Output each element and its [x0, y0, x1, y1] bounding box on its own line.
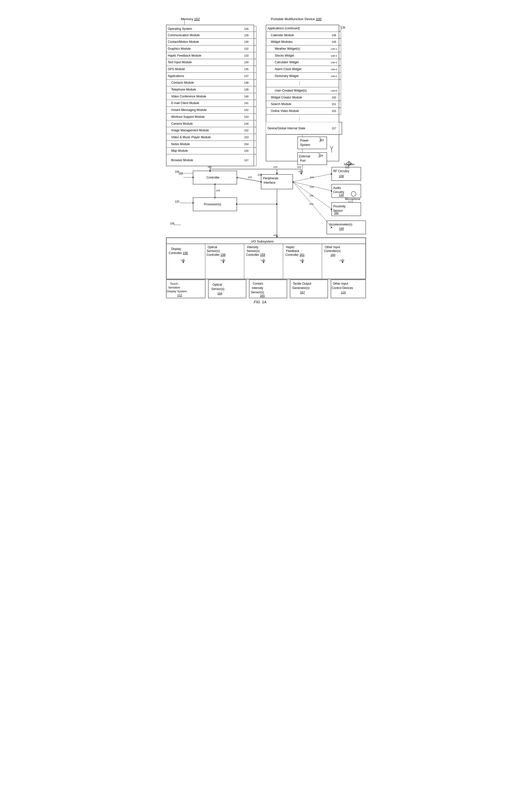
calendar-ref: 148 — [331, 34, 336, 37]
browser-module: Browser Module — [171, 158, 193, 162]
audio-ref: 110 — [339, 193, 344, 196]
telephone-ref: 139 — [244, 88, 249, 91]
bus-io-2: ↑103 — [220, 259, 225, 262]
os-module: Operating System — [168, 27, 192, 31]
bus-103-rf: 103 — [310, 176, 314, 178]
contacts-ref: 138 — [244, 81, 249, 84]
calculator-widget: Calculator Widget — [275, 60, 299, 64]
video-music-ref: 153 — [244, 136, 249, 139]
contact-intensity-ref: 165 — [260, 294, 265, 297]
touch-display-ref: 112 — [177, 293, 182, 296]
haptic-ctrl-label: Haptic — [286, 245, 294, 249]
notes-module: Notes Module — [171, 142, 190, 146]
106-ref: 106 — [170, 222, 174, 225]
ext-port-label2: Port — [300, 159, 306, 162]
graphics-module: Graphics Module — [168, 47, 191, 51]
map-module: Map Module — [171, 149, 188, 153]
im-ref: 142 — [244, 109, 249, 112]
alarm-widget: Alarm Clock Widget — [275, 68, 301, 71]
other-devices-label: Other Input — [333, 282, 348, 285]
controller-label: Controller — [206, 176, 220, 179]
display-ctrl-label2: Controller 156 — [169, 251, 188, 255]
dots-2: ⋮ — [298, 116, 301, 121]
bus-io-3: ↑103 — [260, 259, 265, 262]
haptic-ctrl-label3: Controller 161 — [285, 253, 305, 256]
weather-ref: 149-1 — [331, 47, 337, 50]
other-devices-ref: 116 — [341, 291, 346, 294]
optical-sensor-label: Optical — [212, 283, 222, 286]
ext-port-label: External — [299, 155, 310, 158]
dictionary-widget: Dictionary Widget — [275, 74, 299, 78]
stocks-ref: 149-2 — [331, 54, 337, 57]
video-conf-ref: 140 — [244, 95, 249, 98]
tactile-label2: Generator(s) — [292, 286, 310, 290]
device-global-state: Device/Global Internal State — [268, 127, 306, 130]
bus-103-accel: 103 — [309, 203, 314, 205]
calendar-module: Calendar Module — [271, 33, 294, 37]
alarm-ref: 149-4 — [331, 68, 337, 71]
contact-intensity-label: Contact — [253, 282, 263, 285]
gps-module: GPS Module — [168, 68, 185, 71]
email-module: E-mail Client Module — [171, 101, 199, 105]
page-container: Memory 102 Operating System 126 Communic… — [156, 5, 376, 321]
map-ref: 154 — [244, 150, 249, 152]
ext-port-ref: 124 — [319, 154, 323, 157]
video-music-module: Video & Music Player Module — [171, 135, 211, 139]
device-label: Portable Multifunction Device 100 — [271, 17, 322, 21]
speaker-label: Speaker — [344, 163, 355, 166]
contact-module: Contact/Motion Module — [168, 40, 199, 44]
online-video: Online Video Module — [271, 109, 299, 113]
optical-ctrl-label3: Controller 158 — [206, 253, 225, 256]
microphone-label: Microphone — [345, 197, 360, 200]
power-label: Power — [300, 139, 309, 142]
bus-io-1: ↑103 — [180, 259, 185, 262]
browser-ref: 147 — [244, 159, 249, 162]
processor-ref: 120 — [175, 200, 179, 203]
haptic-ref: 133 — [244, 54, 249, 57]
bus-103-io: 103 — [273, 234, 278, 236]
power-label2: System — [300, 143, 310, 147]
accel-ref: 168 — [339, 227, 344, 230]
diagram-area: Memory 102 Operating System 126 Communic… — [156, 5, 376, 321]
os-ref: 126 — [244, 27, 249, 30]
tactile-ref: 167 — [300, 291, 305, 294]
applications-header: Applications — [168, 74, 184, 78]
graphics-ref: 132 — [244, 47, 249, 50]
speaker-ref: 111 — [345, 166, 350, 169]
other-devices-label2: Control Devices — [331, 286, 353, 290]
bus-103-ctrl: 103 — [248, 176, 252, 178]
104-ref: 104 — [175, 170, 179, 173]
camera-ref: 144 — [244, 122, 249, 125]
online-video-ref: 155 — [331, 110, 336, 113]
bus-103-1: 103 — [208, 166, 212, 168]
optical-sensor-ref: 164 — [217, 292, 222, 295]
bus-io-5: ↑103 — [339, 259, 344, 262]
image-mgmt-ref: 152 — [244, 129, 249, 132]
contacts-module: Contacts Module — [171, 81, 194, 84]
telephone-module: Telephone Module — [171, 88, 196, 91]
widget-modules: Widget Modules — [271, 40, 292, 44]
search-ref: 151 — [331, 103, 336, 106]
other-ctrl-label2: Controller(s) — [324, 249, 341, 253]
applications-ref: 137 — [244, 75, 249, 78]
proximity-ref: 166 — [334, 212, 339, 214]
peripherals-label2: Interface — [263, 181, 276, 185]
widget-creator-ref: 150 — [331, 96, 336, 99]
stocks-widget: Stocks Widget — [275, 54, 294, 57]
tactile-label: Tactile Output — [293, 282, 311, 285]
optical-sensor-label2: Sensor(s) — [211, 287, 224, 291]
optical-ctrl-label2: Sensor(s) — [207, 249, 220, 253]
contact-intensity-label2: Intensity — [252, 286, 263, 290]
image-mgmt-module: Image Management Module — [171, 129, 209, 132]
io-subsystem-label: I/O Subsystem — [251, 239, 274, 243]
power-ref: 162 — [320, 139, 324, 141]
apps-continued: Applications (continued) — [268, 26, 300, 30]
proximity-label: Proximity — [333, 205, 346, 208]
other-ctrl-label: Other Input — [325, 245, 340, 249]
text-input-ref: 134 — [244, 61, 249, 64]
peripherals-ref: 118 — [258, 173, 262, 176]
widget-ref: 149 — [331, 41, 336, 43]
touch-display-label3: Display System — [167, 290, 187, 293]
camera-module: Camera Module — [171, 122, 193, 126]
bus-103-cp: 103 — [216, 189, 220, 192]
